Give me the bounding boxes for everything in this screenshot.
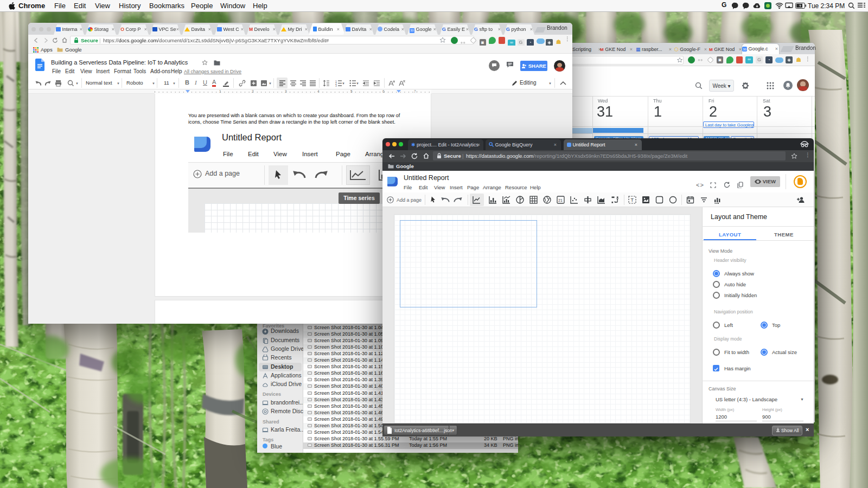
svg-text:3: 3 bbox=[335, 84, 337, 87]
svg-text:21: 21 bbox=[558, 198, 563, 202]
svg-text:T: T bbox=[631, 197, 634, 203]
